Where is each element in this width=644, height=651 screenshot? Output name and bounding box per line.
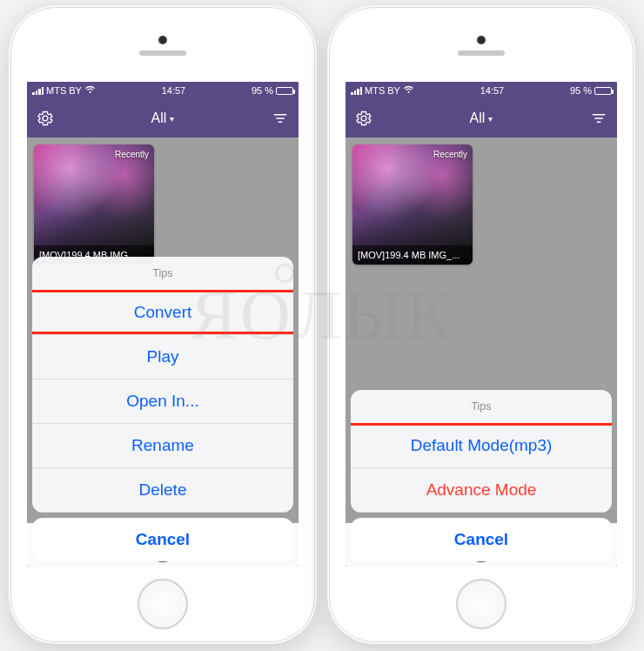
status-bar: MTS BY 14:57 95 % bbox=[345, 82, 617, 99]
carrier-label: MTS BY bbox=[46, 85, 82, 96]
nav-bar: All ▾ bbox=[345, 99, 617, 138]
battery-percent-label: 95 % bbox=[570, 85, 592, 96]
action-sheet-item-label: Convert bbox=[134, 303, 192, 321]
chevron-down-icon: ▾ bbox=[170, 114, 174, 124]
settings-button[interactable] bbox=[354, 109, 373, 128]
action-sheet: Tips Default Mode(mp3) Advance Mode Ca bbox=[351, 390, 612, 561]
screen-left: MTS BY 14:57 95 % bbox=[27, 82, 299, 567]
chevron-down-icon: ▾ bbox=[488, 114, 493, 124]
action-sheet-item-label: Advance Mode bbox=[426, 480, 537, 499]
action-sheet-item-label: Rename bbox=[131, 436, 194, 454]
action-sheet-group: Tips Convert Play Open In... Re bbox=[32, 257, 293, 513]
settings-button[interactable] bbox=[36, 109, 55, 128]
action-sheet-header: Tips bbox=[32, 257, 293, 291]
action-sheet-group: Tips Default Mode(mp3) Advance Mode bbox=[351, 390, 612, 513]
action-sheet-header: Tips bbox=[351, 390, 612, 424]
filter-icon bbox=[590, 110, 607, 127]
action-sheet-item-label: Delete bbox=[139, 480, 187, 499]
clock-label: 14:57 bbox=[162, 85, 186, 96]
wifi-icon bbox=[403, 85, 414, 96]
action-sheet-item-advance-mode[interactable]: Advance Mode bbox=[351, 468, 612, 513]
home-button[interactable] bbox=[456, 579, 506, 629]
action-sheet-item-open-in[interactable]: Open In... bbox=[32, 379, 293, 424]
action-sheet-item-label: Play bbox=[147, 347, 179, 366]
nav-title[interactable]: All ▾ bbox=[151, 111, 175, 126]
nav-title-label: All bbox=[470, 111, 486, 126]
filter-icon bbox=[272, 110, 289, 127]
action-sheet-item-default-mode[interactable]: Default Mode(mp3) bbox=[351, 424, 612, 468]
phone-sensors bbox=[330, 36, 633, 44]
content-area: — — Recently [MOV]199.4 MB IMG_... Tips bbox=[345, 138, 617, 567]
nav-title[interactable]: All ▾ bbox=[470, 111, 493, 126]
action-sheet-cancel[interactable]: Cancel bbox=[351, 518, 612, 561]
phone-sensors bbox=[11, 36, 314, 44]
nav-title-label: All bbox=[151, 111, 167, 126]
battery-icon bbox=[594, 87, 612, 95]
action-sheet-item-convert[interactable]: Convert bbox=[32, 291, 293, 335]
screen-right: MTS BY 14:57 95 % bbox=[345, 82, 617, 567]
phone-frame-left: MTS BY 14:57 95 % bbox=[9, 5, 317, 644]
action-sheet-item-play[interactable]: Play bbox=[32, 335, 293, 379]
action-sheet-item-rename[interactable]: Rename bbox=[32, 424, 293, 468]
action-sheet-item-delete[interactable]: Delete bbox=[32, 468, 293, 513]
battery-icon bbox=[276, 87, 293, 95]
filter-button[interactable] bbox=[271, 109, 290, 128]
action-sheet: Tips Convert Play Open In... Re bbox=[32, 257, 293, 561]
cell-signal-icon bbox=[32, 86, 44, 95]
cancel-label: Cancel bbox=[454, 530, 508, 548]
action-sheet-item-label: Open In... bbox=[126, 392, 198, 410]
gear-icon bbox=[37, 110, 54, 127]
nav-bar: All ▾ bbox=[27, 99, 299, 138]
home-button[interactable] bbox=[138, 579, 188, 629]
carrier-label: MTS BY bbox=[365, 85, 400, 96]
front-camera-icon bbox=[477, 36, 486, 44]
action-sheet-cancel[interactable]: Cancel bbox=[32, 518, 293, 561]
earpiece-speaker bbox=[458, 50, 505, 56]
clock-label: 14:57 bbox=[480, 85, 505, 96]
status-bar: MTS BY 14:57 95 % bbox=[27, 82, 299, 99]
wifi-icon bbox=[84, 85, 96, 96]
battery-percent-label: 95 % bbox=[252, 85, 273, 96]
earpiece-speaker bbox=[139, 50, 186, 56]
filter-button[interactable] bbox=[589, 109, 608, 128]
cell-signal-icon bbox=[351, 86, 362, 95]
action-sheet-item-label: Default Mode(mp3) bbox=[411, 436, 553, 454]
phone-frame-right: MTS BY 14:57 95 % bbox=[327, 5, 635, 644]
cancel-label: Cancel bbox=[136, 530, 190, 548]
front-camera-icon bbox=[158, 36, 167, 44]
content-area: — — Recently [MOV]199.4 MB IMG_... Tips bbox=[27, 138, 299, 567]
gear-icon bbox=[355, 110, 372, 127]
